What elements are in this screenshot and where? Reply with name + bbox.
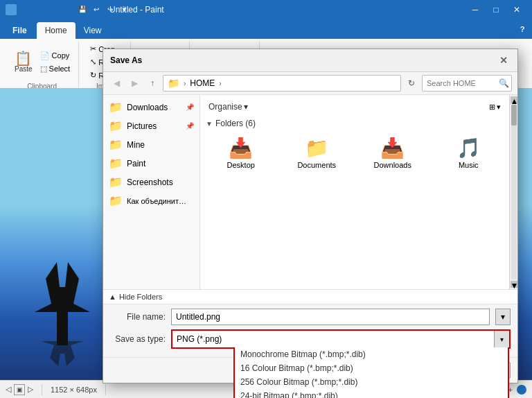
folder-desktop[interactable]: 📥 Desktop	[206, 132, 276, 173]
tab-view[interactable]: View	[76, 22, 110, 39]
sidebar-label: Downloads	[127, 103, 168, 112]
qa-undo[interactable]: ↩	[90, 3, 103, 15]
filetype-select-display[interactable]: PNG (*.png)	[172, 331, 509, 347]
filetype-select-wrapper: PNG (*.png) ▾ Monochrome Bitmap (*.bmp;*…	[171, 329, 511, 349]
filetype-option-256[interactable]: 256 Colour Bitmap (*.bmp;*.dib)	[235, 375, 508, 389]
folder-music-label: Music	[459, 161, 479, 169]
music-folder-icon: 🎵	[456, 137, 481, 159]
rotate-icon: ↻	[90, 71, 96, 80]
tab-home[interactable]: Home	[37, 22, 76, 39]
save-as-dialog: Save As ✕ ◀ ▶ ↑ 📁 › HOME › ↻ 🔍 📁 Downloa…	[103, 49, 518, 383]
select-button[interactable]: ⬚ Select	[37, 63, 73, 75]
sidebar-item-kak[interactable]: 📁 Как объединит…	[103, 191, 200, 210]
dialog-body: 📁 Downloads 📌 📁 Pictures 📌 📁 Mine 📁 Pain…	[103, 95, 517, 289]
sidebar-label: Screenshots	[127, 178, 173, 187]
savetype-label: Save as type:	[110, 334, 166, 344]
clipboard-group: 📋 Paste 📄 Copy ⬚ Select Clipboard	[6, 42, 79, 92]
scroll-thumb[interactable]	[511, 105, 517, 126]
dialog-titlebar: Save As ✕	[103, 49, 517, 72]
paste-icon: 📋	[15, 51, 32, 65]
sidebar-folder-icon: 📁	[109, 175, 123, 189]
sidebar-folder-icon: 📁	[109, 138, 123, 151]
next-page-icon[interactable]: ▷	[28, 385, 33, 394]
refresh-button[interactable]: ↻	[404, 76, 419, 91]
scrollbar[interactable]: ▲ ▼	[509, 95, 517, 289]
folders-section-header[interactable]: ▼ Folders (6)	[206, 119, 504, 128]
sidebar-folder-icon: 📁	[109, 119, 123, 132]
close-button[interactable]: ✕	[507, 0, 526, 19]
sidebar-item-downloads[interactable]: 📁 Downloads 📌	[103, 98, 200, 116]
paste-button[interactable]: 📋 Paste	[11, 49, 36, 75]
sidebar-label: Paint	[127, 159, 145, 168]
forward-button[interactable]: ▶	[127, 76, 142, 91]
zoom-indicator	[517, 385, 526, 395]
sidebar-folder-icon: 📁	[109, 101, 123, 114]
dialog-sidebar: 📁 Downloads 📌 📁 Pictures 📌 📁 Mine 📁 Pain…	[103, 95, 200, 289]
paste-label: Paste	[15, 65, 33, 73]
qa-save[interactable]: 💾	[76, 3, 89, 15]
folder-downloads[interactable]: 📥 Downloads	[357, 132, 428, 173]
desktop-folder-icon: 📥	[229, 137, 253, 159]
address-bar[interactable]: 📁 › HOME ›	[163, 75, 401, 92]
nav-box: ▣	[14, 384, 25, 395]
filetype-option-16[interactable]: 16 Colour Bitmap (*.bmp;*.dib)	[235, 361, 508, 375]
pin-icon: 📌	[186, 122, 194, 130]
folder-documents[interactable]: 📁 Documents	[282, 132, 353, 173]
clipboard-buttons: 📋 Paste 📄 Copy ⬚ Select	[11, 43, 73, 81]
scroll-up[interactable]: ▲	[511, 96, 517, 103]
filetype-option-24[interactable]: 24-bit Bitmap (*.bmp;*.dib)	[235, 389, 508, 398]
dialog-close-button[interactable]: ✕	[497, 53, 511, 67]
tab-file[interactable]: File	[3, 22, 37, 39]
sidebar-item-mine[interactable]: 📁 Mine	[103, 135, 200, 154]
hide-folders-label: Hide Folders	[119, 293, 162, 301]
title-bar-left: 💾 ↩ ↪ ▾ Untitled - Paint	[6, 4, 164, 15]
dialog-title: Save As	[110, 55, 142, 65]
hide-folders-bar[interactable]: ▲ Hide Folders	[103, 289, 517, 304]
pin-icon: 📌	[186, 103, 194, 111]
help-button[interactable]: ?	[515, 22, 529, 36]
filename-input[interactable]	[171, 309, 490, 325]
view-button[interactable]: ⊞ ▾	[486, 101, 504, 113]
search-input[interactable]	[427, 79, 496, 87]
qa-redo[interactable]: ↪	[104, 3, 116, 15]
sidebar-item-pictures[interactable]: 📁 Pictures 📌	[103, 116, 200, 135]
downloads-folder-icon: 📥	[380, 137, 405, 159]
scroll-down[interactable]: ▼	[511, 281, 517, 288]
sidebar-label: Pictures	[127, 121, 157, 131]
select-label: Select	[49, 64, 71, 73]
title-bar: 💾 ↩ ↪ ▾ Untitled - Paint ─ □ ✕	[0, 0, 532, 19]
folder-music[interactable]: 🎵 Music	[434, 132, 504, 173]
status-divider-2	[105, 384, 106, 395]
sidebar-item-screenshots[interactable]: 📁 Screenshots	[103, 173, 200, 191]
filename-dropdown-button[interactable]: ▾	[495, 309, 511, 325]
filetype-dropdown-list: Monochrome Bitmap (*.bmp;*.dib) 16 Colou…	[233, 347, 509, 398]
sidebar-item-paint[interactable]: 📁 Paint	[103, 154, 200, 173]
select-icon: ⬚	[40, 64, 47, 73]
address-chevron: ›	[184, 80, 186, 87]
back-button[interactable]: ◀	[109, 76, 124, 91]
organise-button[interactable]: Organise ▾	[206, 101, 251, 113]
dialog-fields: File name: ▾ Save as type: PNG (*.png) ▾…	[103, 304, 517, 357]
address-folder-icon: 📁	[168, 78, 179, 89]
search-box[interactable]: 🔍	[422, 75, 512, 92]
hide-folders-chevron-icon: ▲	[109, 293, 116, 301]
up-button[interactable]: ↑	[145, 76, 160, 91]
ribbon-tabs: File Home View ?	[0, 19, 532, 39]
copy-button[interactable]: 📄 Copy	[37, 50, 73, 62]
address-end-chevron: ›	[219, 80, 221, 87]
sidebar-label: Как объединит…	[127, 197, 186, 205]
search-icon: 🔍	[499, 78, 509, 88]
view-dropdown-icon: ▾	[497, 103, 501, 112]
maximize-button[interactable]: □	[486, 0, 506, 19]
section-chevron-icon: ▼	[206, 120, 213, 128]
beach-reflection	[42, 325, 83, 366]
qa-dropdown[interactable]: ▾	[118, 3, 130, 15]
crop-icon: ✂	[90, 44, 96, 53]
folders-grid: 📥 Desktop 📁 Documents 📥 Downloads 🎵 Musi…	[206, 132, 504, 173]
prev-page-icon[interactable]: ◁	[6, 385, 11, 394]
address-path: HOME	[190, 78, 215, 88]
filetype-option-mono[interactable]: Monochrome Bitmap (*.bmp;*.dib)	[235, 347, 508, 361]
minimize-button[interactable]: ─	[466, 0, 485, 19]
filename-row: File name: ▾	[110, 309, 511, 325]
sidebar-folder-icon: 📁	[109, 194, 123, 207]
